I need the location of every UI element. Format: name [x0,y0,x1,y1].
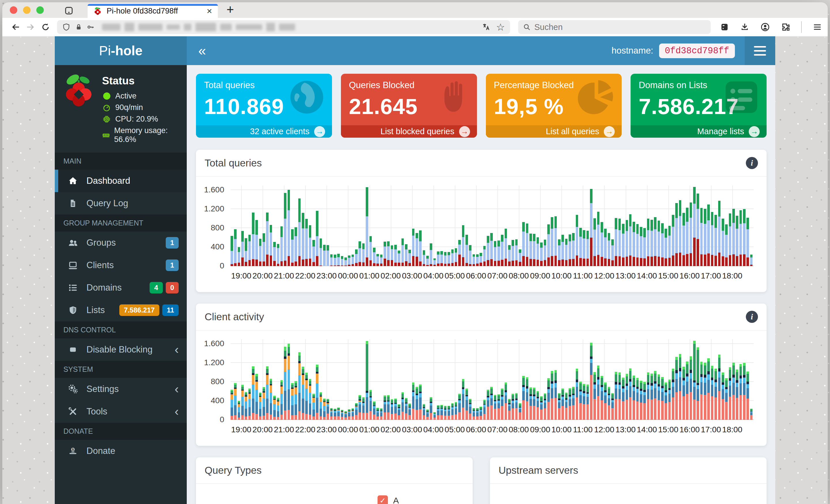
y-axis-label: 1.200 [204,204,224,213]
sidebar-item-domains[interactable]: Domains 4 0 [55,276,187,299]
minimize-window-button[interactable] [23,6,31,14]
sidebar-item-settings[interactable]: Settings ‹ [55,378,187,400]
card-footer-link[interactable]: Manage lists → [631,125,767,138]
sidebar-item-query-log[interactable]: Query Log [55,192,187,214]
menu-icon[interactable] [813,23,822,32]
stacked-bar [636,224,639,266]
search-bar[interactable]: Suchen [518,20,711,34]
stacked-bar [305,219,308,266]
close-window-button[interactable] [10,6,17,14]
gridline-vertical [348,339,348,420]
donate-icon: $ [67,446,78,456]
stacked-bar [608,233,610,266]
stacked-bar [675,203,678,266]
stacked-bar [533,388,536,420]
firefox-view-icon[interactable] [64,6,74,15]
sidebar-item-clients[interactable]: Clients 1 [55,254,187,276]
stacked-bar [298,198,301,266]
stacked-bar [448,252,450,266]
downloads-icon[interactable] [740,23,749,32]
card-footer-label: List all queries [546,127,599,136]
x-axis-label: 13:00 [615,425,635,434]
new-tab-button[interactable]: + [226,2,234,17]
translate-icon[interactable] [482,23,490,31]
stacked-bar [579,381,582,420]
x-axis-label: 05:00 [445,271,465,280]
x-axis-label: 14:00 [637,271,657,280]
stacked-bar [298,352,301,420]
sidebar-item-groups[interactable]: Groups 1 [55,232,187,254]
stacked-bar [700,208,703,266]
stacked-bar [444,252,447,266]
stacked-bar [714,369,717,420]
stacked-bar [654,371,657,420]
x-axis-label: 10:00 [551,271,572,280]
shield-icon[interactable] [62,23,70,31]
info-icon[interactable]: i [746,157,758,169]
gauge-icon [102,104,111,112]
stacked-bar [334,255,336,266]
stacked-bar [554,216,557,266]
header-menu-button[interactable] [745,36,775,65]
arrow-circle-icon: → [604,126,615,137]
browser-tab[interactable]: Pi-hole 0fd38cd798ff × [88,4,218,18]
extensions-icon[interactable] [781,23,790,32]
sidebar-item-label: Domains [87,282,122,293]
stacked-bar [643,228,646,266]
stacked-bar [330,254,333,266]
sidebar-item-dashboard[interactable]: Dashboard [55,170,187,192]
stacked-bar [302,213,304,266]
panel-title: Total queries [204,157,262,169]
lock-icon[interactable] [75,23,83,31]
stacked-bar [569,234,571,266]
stacked-bar [618,219,621,266]
key-permission-icon[interactable] [87,23,95,31]
stacked-bar [565,393,568,420]
forward-icon[interactable] [23,23,38,32]
x-axis-label: 06:00 [466,271,486,280]
pihole-logo[interactable]: Pi-hole [55,36,187,65]
stacked-bar [718,201,721,266]
stacked-bar [494,395,497,420]
x-axis-label: 04:00 [423,425,444,434]
zoom-window-button[interactable] [36,6,44,14]
sidebar-item-tools[interactable]: Tools ‹ [55,400,187,423]
tab-bar: Pi-hole 0fd38cd798ff × + [2,2,828,18]
total-queries-chart[interactable]: 19:0020:0021:0022:0023:0000:0001:0002:00… [230,186,754,266]
svg-text:$: $ [72,448,74,451]
card-footer-link[interactable]: 32 active clients → [196,125,332,138]
stacked-bar [234,383,236,420]
tab-manager-icon[interactable] [720,23,729,32]
raspberry-logo [62,73,96,144]
back-icon[interactable] [8,23,23,32]
url-bar[interactable]: ☆ [57,20,510,34]
info-icon[interactable]: i [746,311,758,323]
stacked-bar [515,239,518,266]
sidebar-item-lists[interactable]: Lists 7.586.217 11 [55,299,187,322]
stacked-bar [430,397,432,420]
client-activity-chart[interactable]: 19:0020:0021:0022:0023:0000:0001:0002:00… [230,339,754,420]
stacked-bar [505,382,507,420]
sidebar-collapse-icon[interactable]: « [198,44,206,58]
card-footer-link[interactable]: List blocked queries → [341,125,477,138]
card-footer-link[interactable]: List all queries → [486,125,622,138]
stacked-bar [248,235,251,266]
stacked-bar [618,372,621,420]
tab-close-icon[interactable]: × [206,6,212,15]
stacked-bar [341,410,344,420]
bookmark-star-icon[interactable]: ☆ [496,21,505,33]
stacked-bar [736,370,738,420]
x-axis-label: 13:00 [615,271,635,280]
stacked-bar [693,341,696,420]
panel-title: Query Types [204,465,262,476]
x-axis-label: 06:00 [466,425,486,434]
x-axis-label: 05:00 [445,425,465,434]
legend-checkbox[interactable]: ✓ [378,495,388,504]
x-axis-label: 14:00 [637,425,657,434]
sidebar-item-disable-blocking[interactable]: Disable Blocking ‹ [55,338,187,361]
stacked-bar [562,235,564,266]
account-icon[interactable] [760,22,770,32]
reload-icon[interactable] [38,23,53,32]
x-axis-label: 21:00 [274,271,294,280]
sidebar-item-donate[interactable]: $ Donate [55,440,187,462]
